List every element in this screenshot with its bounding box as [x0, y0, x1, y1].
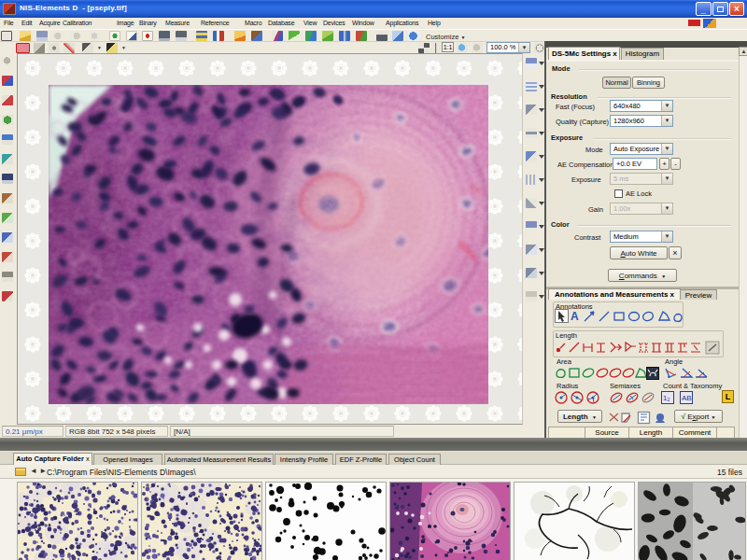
svg-text:A: A	[571, 310, 579, 323]
svg-text:AB: AB	[682, 394, 692, 402]
